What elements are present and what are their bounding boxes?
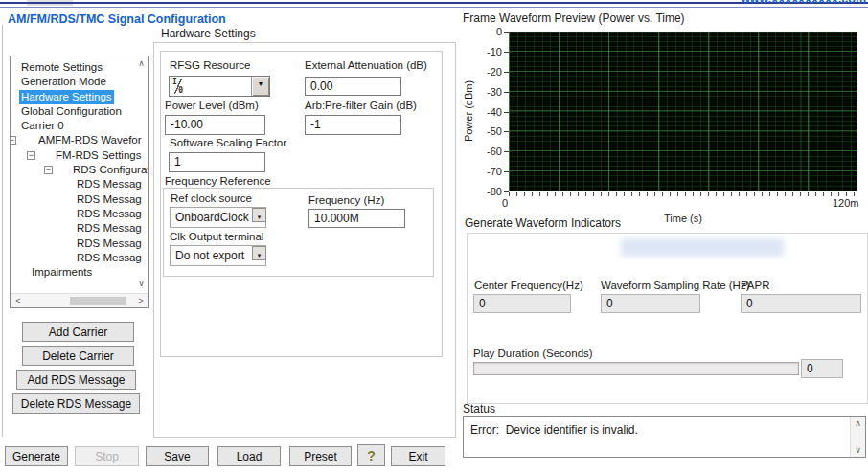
tree-item-label: FM-RDS Settings bbox=[54, 148, 143, 163]
papr-label: PAPR bbox=[741, 280, 769, 291]
tree-item-impairments-14[interactable]: Impairments bbox=[11, 265, 135, 280]
rfsg-resource-combo[interactable]: I 0 ▼ bbox=[169, 76, 270, 97]
exit-button[interactable]: Exit bbox=[391, 446, 445, 466]
chart-title: Frame Waveform Preview (Power vs. Time) bbox=[463, 11, 685, 25]
tree-scroll-up-icon[interactable]: ∧ bbox=[135, 57, 148, 70]
y-tick-label: -80 bbox=[468, 186, 502, 197]
save-button[interactable]: Save bbox=[146, 446, 209, 466]
tree-item-amfm-rds-wavefor-5[interactable]: −AMFM-RDS Wavefor bbox=[11, 133, 135, 147]
tree-item-label: RDS Messag bbox=[75, 192, 144, 207]
tree-collapse-icon[interactable]: − bbox=[10, 136, 16, 145]
tree-item-carrier-0-4[interactable]: Carrier 0 bbox=[11, 119, 135, 133]
status-scrollbar[interactable]: ∧ ∨ bbox=[850, 417, 865, 457]
software-scaling-factor-input[interactable]: 1 bbox=[169, 152, 265, 172]
tree-scroll-left-icon[interactable]: < bbox=[12, 295, 24, 307]
tree-item-label: Impairments bbox=[30, 265, 94, 280]
frequency-label: Frequency (Hz) bbox=[308, 194, 384, 206]
tree-item-rds-messag-12[interactable]: RDS Messag bbox=[11, 236, 135, 251]
power-level-input[interactable]: -10.00 bbox=[165, 115, 265, 135]
ref-clock-source-value: OnboardClock bbox=[175, 211, 249, 224]
tree-item-label: RDS Messag bbox=[75, 207, 144, 221]
generate-button[interactable]: Generate bbox=[5, 446, 68, 466]
external-attenuation-input[interactable]: 0.00 bbox=[305, 77, 401, 96]
center-frequency-label: Center Frequency(Hz) bbox=[474, 280, 583, 291]
y-tick-label: -10 bbox=[468, 46, 502, 57]
arb-prefilter-gain-input[interactable]: -1 bbox=[305, 115, 401, 135]
tree-item-rds-configurat-7[interactable]: −RDS Configurat bbox=[11, 163, 135, 177]
tree-item-label: RDS Messag bbox=[75, 221, 144, 236]
tree-item-generation-mode-1[interactable]: Generation Mode bbox=[11, 75, 135, 89]
y-tick-label: 0 bbox=[468, 26, 502, 37]
waveform-plot-area bbox=[509, 32, 857, 191]
status-box[interactable]: Error: Device identifier is invalid. ∧ ∨ bbox=[463, 416, 866, 458]
y-tick-mark bbox=[504, 112, 509, 113]
tree-item-hardware-settings-2[interactable]: Hardware Settings bbox=[11, 90, 135, 104]
add-carrier-button[interactable]: Add Carrier bbox=[22, 322, 134, 342]
tree-item-label: RDS Messag bbox=[75, 251, 144, 265]
tree-collapse-icon[interactable]: − bbox=[27, 151, 35, 160]
arb-prefilter-gain-label: Arb:Pre-filter Gain (dB) bbox=[305, 100, 417, 111]
hardware-settings-title: Hardware Settings bbox=[161, 27, 256, 40]
site-watermark: www.xxxxxxxxxx.com bbox=[741, 0, 866, 7]
y-tick-label: -50 bbox=[468, 125, 502, 137]
io-resource-icon: I 0 bbox=[172, 79, 184, 94]
tree-item-rds-messag-11[interactable]: RDS Messag bbox=[11, 221, 135, 236]
tree-item-label: Hardware Settings bbox=[19, 90, 114, 104]
tree-item-rds-messag-13[interactable]: RDS Messag bbox=[11, 251, 135, 265]
tree-item-rds-messag-8[interactable]: RDS Messag bbox=[11, 177, 135, 191]
y-tick-mark bbox=[504, 52, 509, 53]
tree-collapse-icon[interactable]: − bbox=[44, 166, 53, 174]
ref-clock-source-label: Ref clock source bbox=[171, 192, 252, 204]
config-tree[interactable]: Remote SettingsGeneration ModeHardware S… bbox=[10, 56, 149, 308]
delete-carrier-button[interactable]: Delete Carrier bbox=[22, 346, 134, 366]
papr-indicator: 0 bbox=[741, 294, 861, 313]
clk-output-terminal-value: Do not export bbox=[175, 249, 244, 262]
add-rds-message-button[interactable]: Add RDS Message bbox=[16, 370, 136, 390]
play-duration-label: Play Duration (Seconds) bbox=[473, 348, 593, 359]
delete-rds-message-button[interactable]: Delete RDS Message bbox=[12, 393, 140, 414]
x-tick-max: 120m bbox=[833, 197, 868, 209]
y-tick-label: -60 bbox=[468, 146, 502, 157]
sampling-rate-label: Waveform Sampling Rate (Hz) bbox=[601, 280, 750, 291]
tree-item-global-configuration-3[interactable]: Global Configuration bbox=[11, 104, 135, 119]
sampling-rate-indicator: 0 bbox=[601, 294, 700, 313]
help-button[interactable]: ? bbox=[357, 444, 385, 466]
app-title: AM/FM/RDS/TMC Signal Configuration bbox=[8, 12, 226, 26]
tree-item-label: RDS Configurat bbox=[71, 163, 149, 177]
status-scroll-down-icon[interactable]: ∨ bbox=[852, 444, 864, 457]
y-tick-mark bbox=[504, 72, 509, 73]
x-axis-minor-ticks bbox=[509, 192, 857, 196]
tree-item-label: AMFM-RDS Wavefor bbox=[36, 133, 144, 147]
top-divider-rule bbox=[0, 2, 868, 8]
clk-output-terminal-label: Clk Output terminal bbox=[170, 231, 263, 242]
tree-item-rds-messag-9[interactable]: RDS Messag bbox=[11, 192, 135, 207]
tree-item-rds-messag-10[interactable]: RDS Messag bbox=[11, 207, 135, 221]
tree-item-remote-settings-0[interactable]: Remote Settings bbox=[11, 60, 135, 75]
tree-scroll-down-icon[interactable]: ∨ bbox=[135, 278, 148, 290]
rfsg-dropdown-arrow-icon[interactable]: ▼ bbox=[251, 77, 269, 96]
preset-button[interactable]: Preset bbox=[289, 446, 352, 466]
status-label: Status bbox=[463, 402, 495, 416]
tree-item-label: Remote Settings bbox=[19, 60, 104, 75]
x-tick-min: 0 bbox=[502, 197, 508, 209]
ref-clock-dropdown-arrow-icon[interactable]: ▼ bbox=[252, 208, 266, 222]
status-scroll-up-icon[interactable]: ∧ bbox=[852, 417, 864, 430]
status-message: Error: Device identifier is invalid. bbox=[470, 423, 638, 437]
tree-item-label: RDS Messag bbox=[75, 236, 144, 251]
tree-item-label: RDS Messag bbox=[75, 177, 144, 191]
frequency-input[interactable]: 10.000M bbox=[308, 209, 405, 228]
tree-item-label: Carrier 0 bbox=[19, 119, 66, 133]
y-tick-mark bbox=[504, 131, 509, 132]
tree-scroll-right-icon[interactable]: > bbox=[135, 295, 147, 307]
left-panel-border bbox=[2, 25, 3, 437]
clk-output-dropdown-arrow-icon[interactable]: ▼ bbox=[252, 246, 266, 260]
ref-clock-source-ring[interactable]: OnboardClock ▼ bbox=[170, 207, 266, 228]
watermark-blur bbox=[621, 238, 784, 257]
tree-item-fm-rds-settings-6[interactable]: −FM-RDS Settings bbox=[11, 148, 135, 163]
load-button[interactable]: Load bbox=[217, 446, 281, 466]
tree-hscrollbar[interactable]: < > bbox=[11, 293, 148, 308]
indicators-group-box: Center Frequency(Hz) 0 Waveform Sampling… bbox=[467, 233, 868, 404]
tree-hscroll-thumb[interactable] bbox=[70, 297, 126, 305]
clk-output-terminal-ring[interactable]: Do not export ▼ bbox=[170, 245, 266, 266]
tree-item-label: Generation Mode bbox=[19, 75, 108, 89]
